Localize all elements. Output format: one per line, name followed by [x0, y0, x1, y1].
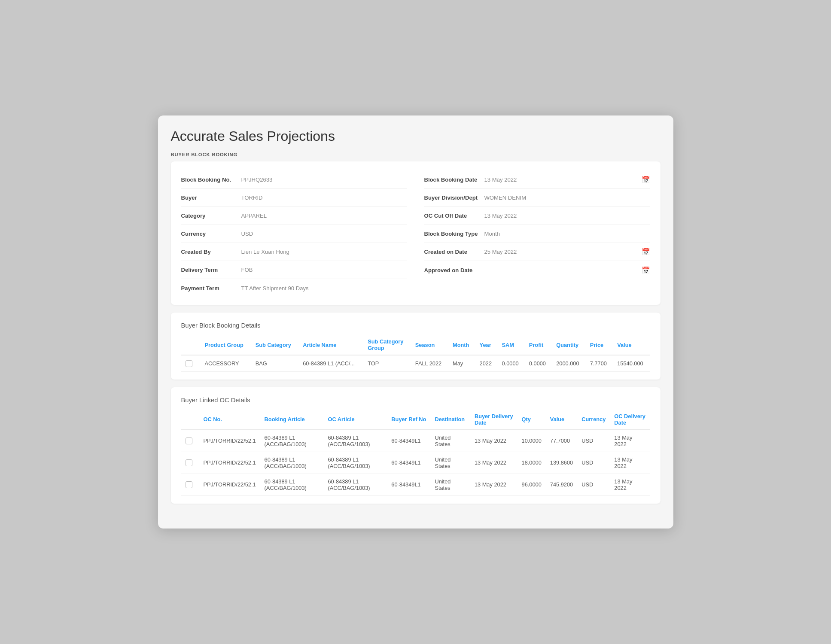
- col-oc-no: OC No.: [199, 410, 260, 430]
- row-checkbox-cell: [181, 355, 201, 371]
- calendar-icon-3: 📅: [642, 266, 650, 274]
- value-block-booking-no: PPJHQ2633: [241, 176, 407, 183]
- cell-booking-article: 60-84389 L1 (ACC/BAG/1003): [260, 474, 324, 495]
- cell-oc-article: 60-84389 L1 (ACC/BAG/1003): [323, 452, 387, 474]
- value-block-booking-date: 13 May 2022 📅: [484, 176, 650, 184]
- col-buyer-delivery-date: Buyer DeliveryDate: [470, 410, 517, 430]
- cell-oc-no: PPJ/TORRID/22/52.1: [199, 452, 260, 474]
- value-oc-cutoff: 13 May 2022: [484, 213, 650, 219]
- col-oc-currency: Currency: [577, 410, 610, 430]
- value-approved-on: 📅: [484, 266, 650, 274]
- cell-destination: United States: [430, 452, 470, 474]
- table-row: PPJ/TORRID/22/52.1 60-84389 L1 (ACC/BAG/…: [181, 474, 650, 495]
- cell-sam: 0.0000: [497, 355, 524, 371]
- form-row-approved-on: Approved on Date 📅: [424, 261, 650, 279]
- col-sam: SAM: [497, 335, 524, 355]
- cell-oc-value: 77.7000: [546, 430, 577, 452]
- form-row-buyer-division: Buyer Division/Dept WOMEN DENIM: [424, 189, 650, 207]
- cell-product-group: ACCESSORY: [200, 355, 251, 371]
- label-currency: Currency: [181, 231, 241, 237]
- row-checkbox-cell: [181, 452, 199, 474]
- row-checkbox[interactable]: [186, 481, 192, 488]
- cell-oc-no: PPJ/TORRID/22/52.1: [199, 430, 260, 452]
- row-checkbox[interactable]: [186, 459, 192, 466]
- cell-buyer-ref-no: 60-84349L1: [387, 452, 430, 474]
- row-checkbox[interactable]: [186, 437, 192, 444]
- calendar-icon-2: 📅: [642, 248, 650, 256]
- col-oc-checkbox-header: [181, 410, 199, 430]
- row-checkbox[interactable]: [186, 360, 192, 367]
- label-payment-term: Payment Term: [181, 285, 241, 292]
- col-article-name: Article Name: [298, 335, 363, 355]
- table-row: PPJ/TORRID/22/52.1 60-84389 L1 (ACC/BAG/…: [181, 430, 650, 452]
- form-row-currency: Currency USD: [181, 225, 407, 243]
- form-row-created-by: Created By Lien Le Xuan Hong: [181, 243, 407, 261]
- label-oc-cutoff: OC Cut Off Date: [424, 213, 484, 219]
- cell-oc-currency: USD: [577, 474, 610, 495]
- form-row-block-booking-date: Block Booking Date 13 May 2022 📅: [424, 171, 650, 189]
- cell-oc-article: 60-84389 L1 (ACC/BAG/1003): [323, 474, 387, 495]
- label-block-booking-no: Block Booking No.: [181, 176, 241, 183]
- cell-buyer-ref-no: 60-84349L1: [387, 430, 430, 452]
- value-booking-type: Month: [484, 231, 650, 237]
- col-buyer-ref-no: Buyer Ref No: [387, 410, 430, 430]
- linked-oc-table: OC No. Booking Article OC Article Buyer …: [181, 410, 650, 496]
- cell-booking-article: 60-84389 L1 (ACC/BAG/1003): [260, 452, 324, 474]
- cell-oc-value: 745.9200: [546, 474, 577, 495]
- cell-oc-delivery-date: 13 May 2022: [610, 430, 650, 452]
- value-buyer-division: WOMEN DENIM: [484, 194, 650, 201]
- cell-destination: United States: [430, 474, 470, 495]
- section-label: BUYER BLOCK BOOKING: [171, 152, 661, 157]
- col-qty: Qty: [517, 410, 546, 430]
- linked-oc-card: Buyer Linked OC Details OC No. Booking A…: [171, 387, 661, 504]
- col-destination: Destination: [430, 410, 470, 430]
- cell-buyer-ref-no: 60-84349L1: [387, 474, 430, 495]
- col-sub-category-group: Sub CategoryGroup: [363, 335, 411, 355]
- value-category: APPAREL: [241, 213, 407, 219]
- col-product-group: Product Group: [200, 335, 251, 355]
- cell-booking-article: 60-84389 L1 (ACC/BAG/1003): [260, 430, 324, 452]
- cell-buyer-delivery-date: 13 May 2022: [470, 430, 517, 452]
- col-year: Year: [475, 335, 498, 355]
- form-row-created-on: Created on Date 25 May 2022 📅: [424, 243, 650, 261]
- form-right: Block Booking Date 13 May 2022 📅 Buyer D…: [424, 171, 650, 297]
- col-oc-value: Value: [546, 410, 577, 430]
- value-currency: USD: [241, 231, 407, 237]
- cell-sub-category-group: TOP: [363, 355, 411, 371]
- form-left: Block Booking No. PPJHQ2633 Buyer TORRID…: [181, 171, 407, 297]
- value-payment-term: TT After Shipment 90 Days: [241, 285, 407, 292]
- cell-oc-no: PPJ/TORRID/22/52.1: [199, 474, 260, 495]
- buyer-block-booking-card: Block Booking No. PPJHQ2633 Buyer TORRID…: [171, 161, 661, 305]
- col-profit: Profit: [525, 335, 552, 355]
- cell-value: 15540.000: [613, 355, 650, 371]
- col-price: Price: [586, 335, 613, 355]
- label-booking-type: Block Booking Type: [424, 231, 484, 237]
- label-buyer: Buyer: [181, 194, 241, 201]
- cell-qty: 96.0000: [517, 474, 546, 495]
- col-oc-article: OC Article: [323, 410, 387, 430]
- value-created-by: Lien Le Xuan Hong: [241, 249, 407, 255]
- cell-qty: 10.0000: [517, 430, 546, 452]
- form-grid: Block Booking No. PPJHQ2633 Buyer TORRID…: [181, 171, 650, 297]
- cell-sub-category: BAG: [251, 355, 299, 371]
- cell-price: 7.7700: [586, 355, 613, 371]
- form-row-delivery-term: Delivery Term FOB: [181, 261, 407, 279]
- form-row-booking-type: Block Booking Type Month: [424, 225, 650, 243]
- cell-oc-delivery-date: 13 May 2022: [610, 474, 650, 495]
- cell-oc-article: 60-84389 L1 (ACC/BAG/1003): [323, 430, 387, 452]
- form-row-payment-term: Payment Term TT After Shipment 90 Days: [181, 279, 407, 297]
- label-delivery-term: Delivery Term: [181, 267, 241, 273]
- label-category: Category: [181, 213, 241, 219]
- col-checkbox-header: [181, 335, 201, 355]
- col-booking-article: Booking Article: [260, 410, 324, 430]
- label-created-by: Created By: [181, 249, 241, 255]
- cell-qty: 18.0000: [517, 452, 546, 474]
- cell-season: FALL 2022: [411, 355, 448, 371]
- cell-buyer-delivery-date: 13 May 2022: [470, 452, 517, 474]
- cell-year: 2022: [475, 355, 498, 371]
- table-row: ACCESSORY BAG 60-84389 L1 (ACC/... TOP F…: [181, 355, 650, 371]
- form-row-buyer: Buyer TORRID: [181, 189, 407, 207]
- cell-profit: 0.0000: [525, 355, 552, 371]
- details-card-title: Buyer Block Booking Details: [181, 322, 650, 329]
- cell-oc-currency: USD: [577, 430, 610, 452]
